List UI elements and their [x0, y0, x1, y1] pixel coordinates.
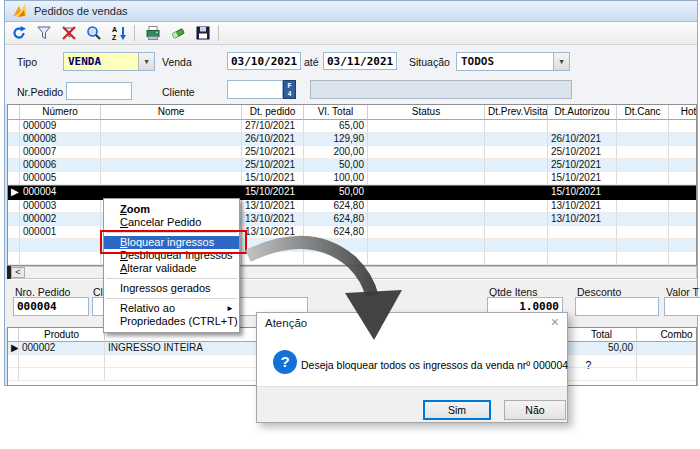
context-menu: ZoomCancelar PedidoBloquear ingressosDes…	[103, 198, 240, 333]
column-header-Vl. Total[interactable]: Vl. Total	[304, 105, 368, 120]
scroll-left-button[interactable]: <	[11, 267, 25, 278]
clear-filter-button[interactable]	[57, 23, 80, 44]
order-cell	[242, 252, 304, 265]
filter-button[interactable]	[32, 23, 55, 44]
order-cell: 25/10/2021	[548, 146, 617, 159]
toolbar: A Z	[5, 22, 697, 45]
order-cell	[368, 120, 485, 133]
order-cell	[485, 226, 548, 239]
order-cell	[368, 226, 485, 239]
situacao-combo-value: TODOS	[457, 55, 553, 68]
item-column-header-Total[interactable]: Total	[567, 328, 637, 342]
row-selector	[8, 252, 20, 265]
column-header-Dt. pedido[interactable]: Dt. pedido	[242, 105, 304, 120]
menu-item-alterar-validade[interactable]: Alterar validade	[104, 262, 239, 275]
row-selector	[8, 146, 20, 159]
column-header-Dt.Canc[interactable]: Dt.Canc	[617, 105, 669, 120]
cliente-name-field	[310, 80, 572, 99]
order-cell	[617, 146, 669, 159]
refresh-button[interactable]	[7, 23, 30, 44]
order-cell: 624,80	[304, 213, 368, 226]
zoom-button[interactable]	[82, 23, 105, 44]
order-cell: 25/10/2021	[242, 159, 304, 172]
column-header-Nome[interactable]: Nome	[101, 105, 242, 120]
row-selector	[8, 172, 20, 185]
order-cell	[101, 133, 242, 146]
order-cell: 000007	[20, 146, 101, 159]
column-header-Dt.Prev.Visita[interactable]: Dt.Prev.Visita	[485, 105, 548, 120]
yes-button[interactable]: Sim	[423, 400, 491, 420]
zoom-icon	[86, 25, 102, 41]
order-row[interactable]: 00000515/10/2021100,0015/10/2021	[8, 172, 696, 185]
order-row[interactable]: 00000625/10/202150,0025/10/2021	[8, 159, 696, 172]
row-selector: ▶	[8, 342, 19, 355]
order-cell	[20, 252, 101, 265]
order-cell	[669, 146, 697, 159]
ate-label: até	[304, 56, 319, 68]
valor-total-field[interactable]	[664, 297, 700, 316]
nr-pedido-input[interactable]	[66, 82, 132, 100]
order-cell: 26/10/2021	[548, 133, 617, 146]
menu-item-cancelar-pedido[interactable]: Cancelar Pedido	[104, 216, 239, 229]
cliente-code-input[interactable]	[227, 80, 283, 99]
menu-item-zoom[interactable]: Zoom	[104, 203, 239, 216]
order-row[interactable]: 00000927/10/202165,00	[8, 120, 696, 133]
no-button[interactable]: Não	[504, 400, 566, 420]
filter-icon	[36, 25, 52, 41]
window-title: Pedidos de vendas	[34, 5, 128, 17]
item-cell	[637, 355, 697, 368]
column-header-Status[interactable]: Status	[368, 105, 485, 120]
item-cell: 000002	[19, 342, 105, 355]
row-selector: ▶	[8, 186, 20, 200]
column-header-Número[interactable]: Número	[20, 105, 101, 120]
order-row[interactable]: 00000725/10/2021200,0025/10/2021	[8, 146, 696, 159]
column-header-Dt.Autorizou[interactable]: Dt.Autorizou	[548, 105, 617, 120]
venda-label: Venda	[162, 56, 192, 68]
row-selector	[8, 355, 19, 368]
situacao-label: Situação	[409, 56, 450, 68]
column-header-selector[interactable]	[8, 105, 20, 120]
order-cell: 27/10/2021	[242, 120, 304, 133]
tipo-combo[interactable]: VENDA ▼	[63, 52, 155, 71]
nro-pedido-field[interactable]: 000004	[13, 297, 89, 316]
sort-button[interactable]: A Z	[107, 23, 130, 44]
order-cell: 000002	[20, 213, 101, 226]
print-button[interactable]	[141, 23, 164, 44]
menu-item-propriedades-ctrl-t[interactable]: Propriedades (CTRL+T)	[104, 315, 239, 328]
eraser-button[interactable]	[166, 23, 189, 44]
cliente-f4-button[interactable]: F4	[283, 80, 296, 99]
situacao-combo[interactable]: TODOS ▼	[456, 52, 570, 71]
menu-item-ingressos-gerados[interactable]: Ingressos gerados	[104, 282, 239, 295]
date-to-field[interactable]: 03/11/2021	[323, 52, 397, 70]
order-cell	[617, 213, 669, 226]
order-cell: 000005	[20, 172, 101, 185]
order-cell: 15/10/2021	[242, 186, 304, 200]
order-cell	[304, 239, 368, 252]
item-column-header-blank[interactable]	[8, 328, 19, 342]
chevron-down-icon[interactable]: ▼	[553, 53, 569, 70]
order-cell	[101, 146, 242, 159]
order-cell: 000008	[20, 133, 101, 146]
desconto-field[interactable]	[575, 297, 659, 316]
chevron-down-icon[interactable]: ▼	[138, 53, 154, 70]
row-selector	[8, 226, 20, 239]
order-cell	[20, 239, 101, 252]
item-column-header-Produto[interactable]: Produto	[19, 328, 105, 342]
close-icon[interactable]: ×	[551, 315, 559, 329]
order-cell: 25/10/2021	[242, 146, 304, 159]
order-row[interactable]: 00000826/10/2021129,9026/10/2021	[8, 133, 696, 146]
order-cell: 000003	[20, 200, 101, 213]
item-cell	[637, 342, 697, 355]
order-cell: 15/10/2021	[548, 186, 617, 200]
order-cell: 624,80	[304, 226, 368, 239]
save-button[interactable]	[191, 23, 214, 44]
menu-separator	[106, 298, 237, 299]
date-from-field[interactable]: 03/10/2021	[227, 52, 301, 70]
item-column-header-Combo[interactable]: Combo	[637, 328, 697, 342]
row-selector	[8, 120, 20, 133]
menu-item-relativo-ao[interactable]: Relativo ao►	[104, 302, 239, 315]
dialog-title: Atenção	[265, 317, 307, 329]
order-cell	[485, 120, 548, 133]
column-header-Hot[interactable]: Hot	[669, 105, 697, 120]
row-selector	[8, 200, 20, 213]
